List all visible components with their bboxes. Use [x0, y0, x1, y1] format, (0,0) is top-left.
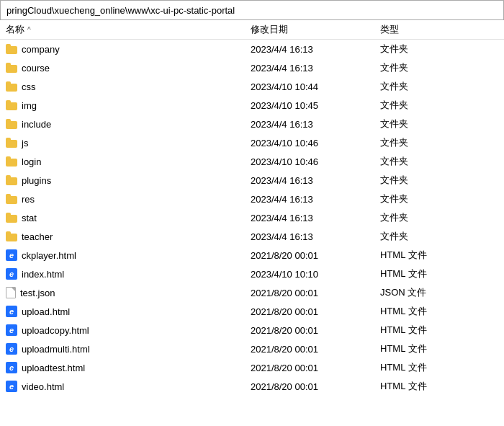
- file-type-cell: 文件夹: [380, 155, 467, 168]
- html-icon: e: [6, 268, 17, 280]
- file-type-cell: HTML 文件: [380, 324, 467, 337]
- file-date-cell: 2023/4/10 10:46: [251, 138, 380, 148]
- file-name: include: [22, 119, 51, 130]
- file-name: uploadtest.html: [22, 363, 85, 373]
- folder-icon: [6, 63, 17, 73]
- html-icon: e: [6, 324, 17, 336]
- file-name-cell: img: [6, 100, 251, 111]
- file-list: 名称 ^ 修改日期 类型 company 2023/4/4 16:13 文件夹 …: [0, 20, 504, 396]
- file-name-cell: course: [6, 63, 251, 74]
- header-type[interactable]: 类型: [380, 23, 467, 36]
- folder-icon: [6, 44, 17, 54]
- file-name: css: [22, 81, 36, 92]
- folder-icon: [6, 81, 17, 92]
- file-name-cell: company: [6, 44, 251, 55]
- file-type-cell: 文件夹: [380, 99, 467, 112]
- list-item[interactable]: company 2023/4/4 16:13 文件夹: [0, 40, 504, 58]
- file-date-cell: 2021/8/20 00:01: [251, 288, 380, 298]
- html-icon: e: [6, 343, 17, 355]
- file-name: test.json: [20, 288, 55, 298]
- file-name-cell: e uploadtest.html: [6, 362, 251, 373]
- file-date-cell: 2023/4/4 16:13: [251, 63, 380, 74]
- file-name: ckplayer.html: [22, 250, 76, 261]
- file-name-cell: plugins: [6, 175, 251, 186]
- file-name-cell: e video.html: [6, 381, 251, 392]
- file-name-cell: stat: [6, 213, 251, 223]
- list-item[interactable]: teacher 2023/4/4 16:13 文件夹: [0, 227, 504, 246]
- file-rows-container: company 2023/4/4 16:13 文件夹 course 2023/4…: [0, 40, 504, 396]
- file-type-cell: 文件夹: [380, 43, 467, 56]
- list-item[interactable]: e uploadmulti.html 2021/8/20 00:01 HTML …: [0, 340, 504, 358]
- file-name-cell: css: [6, 81, 251, 92]
- file-name-cell: teacher: [6, 231, 251, 242]
- file-name: course: [22, 63, 50, 74]
- file-type-cell: 文件夹: [380, 174, 467, 187]
- list-item[interactable]: test.json 2021/8/20 00:01 JSON 文件: [0, 283, 504, 302]
- file-type-cell: 文件夹: [380, 211, 467, 224]
- file-name-cell: res: [6, 194, 251, 205]
- list-item[interactable]: css 2023/4/10 10:44 文件夹: [0, 77, 504, 96]
- file-type-cell: 文件夹: [380, 230, 467, 243]
- file-name: login: [22, 156, 41, 167]
- file-type-cell: HTML 文件: [380, 380, 467, 393]
- file-date-cell: 2023/4/10 10:46: [251, 156, 380, 167]
- html-icon: e: [6, 381, 17, 392]
- file-type-cell: HTML 文件: [380, 305, 467, 318]
- file-name: uploadcopy.html: [22, 325, 89, 336]
- file-type-cell: HTML 文件: [380, 249, 467, 262]
- folder-icon: [6, 175, 17, 185]
- file-date-cell: 2023/4/10 10:44: [251, 81, 380, 92]
- file-name-cell: test.json: [6, 287, 251, 298]
- list-item[interactable]: js 2023/4/10 10:46 文件夹: [0, 133, 504, 152]
- file-name: res: [22, 194, 35, 205]
- list-item[interactable]: include 2023/4/4 16:13 文件夹: [0, 115, 504, 133]
- folder-icon: [6, 194, 17, 204]
- file-name: uploadmulti.html: [22, 344, 90, 355]
- address-bar[interactable]: [0, 0, 504, 20]
- html-icon: e: [6, 249, 17, 261]
- list-item[interactable]: stat 2023/4/4 16:13 文件夹: [0, 208, 504, 227]
- address-input[interactable]: [6, 5, 498, 16]
- column-headers: 名称 ^ 修改日期 类型: [0, 20, 504, 40]
- file-type-cell: 文件夹: [380, 80, 467, 93]
- file-date-cell: 2021/8/20 00:01: [251, 344, 380, 355]
- file-type-cell: 文件夹: [380, 117, 467, 130]
- header-date[interactable]: 修改日期: [251, 23, 380, 36]
- list-item[interactable]: e index.html 2023/4/10 10:10 HTML 文件: [0, 265, 504, 283]
- sort-arrow-icon: ^: [27, 26, 31, 34]
- file-date-cell: 2023/4/4 16:13: [251, 119, 380, 130]
- file-name: teacher: [22, 231, 53, 242]
- file-date-cell: 2021/8/20 00:01: [251, 250, 380, 261]
- file-type-cell: JSON 文件: [380, 286, 467, 299]
- file-name-cell: login: [6, 156, 251, 167]
- file-type-cell: 文件夹: [380, 136, 467, 149]
- file-date-cell: 2023/4/4 16:13: [251, 213, 380, 223]
- file-date-cell: 2023/4/4 16:13: [251, 231, 380, 242]
- list-item[interactable]: res 2023/4/4 16:13 文件夹: [0, 190, 504, 208]
- file-name: index.html: [22, 269, 64, 280]
- list-item[interactable]: e uploadcopy.html 2021/8/20 00:01 HTML 文…: [0, 321, 504, 340]
- list-item[interactable]: plugins 2023/4/4 16:13 文件夹: [0, 171, 504, 190]
- list-item[interactable]: course 2023/4/4 16:13 文件夹: [0, 58, 504, 77]
- list-item[interactable]: login 2023/4/10 10:46 文件夹: [0, 152, 504, 171]
- file-date-cell: 2023/4/4 16:13: [251, 44, 380, 55]
- list-item[interactable]: e uploadtest.html 2021/8/20 00:01 HTML 文…: [0, 358, 504, 377]
- file-type-cell: HTML 文件: [380, 342, 467, 355]
- file-date-cell: 2021/8/20 00:01: [251, 381, 380, 392]
- file-name-cell: e upload.html: [6, 306, 251, 317]
- json-icon: [6, 287, 16, 298]
- folder-icon: [6, 231, 17, 241]
- file-type-cell: 文件夹: [380, 61, 467, 74]
- file-type-cell: HTML 文件: [380, 361, 467, 374]
- list-item[interactable]: e ckplayer.html 2021/8/20 00:01 HTML 文件: [0, 246, 504, 265]
- file-date-cell: 2023/4/10 10:10: [251, 269, 380, 280]
- file-name: video.html: [22, 381, 64, 392]
- list-item[interactable]: e upload.html 2021/8/20 00:01 HTML 文件: [0, 302, 504, 321]
- html-icon: e: [6, 306, 17, 317]
- list-item[interactable]: img 2023/4/10 10:45 文件夹: [0, 96, 504, 115]
- list-item[interactable]: e video.html 2021/8/20 00:01 HTML 文件: [0, 377, 504, 396]
- folder-icon: [6, 100, 17, 110]
- file-name: plugins: [22, 175, 51, 186]
- header-name[interactable]: 名称 ^: [6, 23, 251, 36]
- file-name-cell: js: [6, 138, 251, 148]
